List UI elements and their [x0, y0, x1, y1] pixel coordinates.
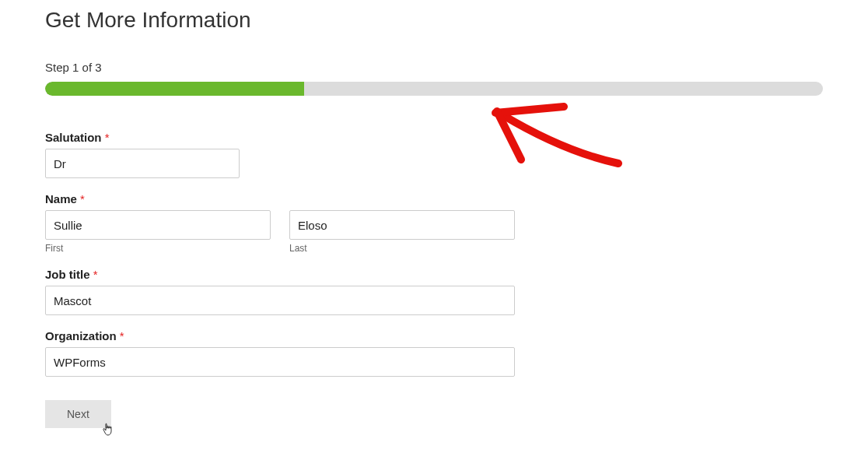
first-name-input[interactable]: [45, 210, 271, 240]
first-name-sublabel: First: [45, 243, 271, 254]
last-name-sublabel: Last: [289, 243, 515, 254]
page-title: Get More Information: [45, 8, 823, 33]
name-label: Name *: [45, 192, 823, 205]
next-button[interactable]: Next: [45, 400, 111, 428]
name-label-text: Name: [45, 192, 77, 205]
salutation-label: Salutation *: [45, 131, 823, 144]
name-first-wrap: First: [45, 210, 271, 254]
job-title-label: Job title *: [45, 268, 823, 281]
organization-label: Organization *: [45, 329, 823, 342]
last-name-input[interactable]: [289, 210, 515, 240]
salutation-label-text: Salutation: [45, 131, 102, 144]
field-salutation: Salutation *: [45, 131, 823, 178]
required-mark: *: [80, 192, 85, 205]
salutation-input[interactable]: [45, 149, 240, 178]
field-job-title: Job title *: [45, 268, 823, 315]
organization-input[interactable]: [45, 347, 515, 377]
step-indicator: Step 1 of 3: [45, 61, 823, 74]
job-title-label-text: Job title: [45, 268, 90, 281]
required-mark: *: [120, 329, 124, 342]
field-organization: Organization *: [45, 329, 823, 377]
progress-bar: [45, 82, 823, 96]
job-title-input[interactable]: [45, 286, 515, 315]
organization-label-text: Organization: [45, 329, 117, 342]
field-name: Name * First Last: [45, 192, 823, 254]
required-mark: *: [105, 131, 110, 144]
required-mark: *: [93, 268, 98, 281]
name-row: First Last: [45, 210, 823, 254]
form-container: Get More Information Step 1 of 3 Salutat…: [0, 0, 868, 428]
progress-fill: [45, 82, 304, 96]
name-last-wrap: Last: [289, 210, 515, 254]
